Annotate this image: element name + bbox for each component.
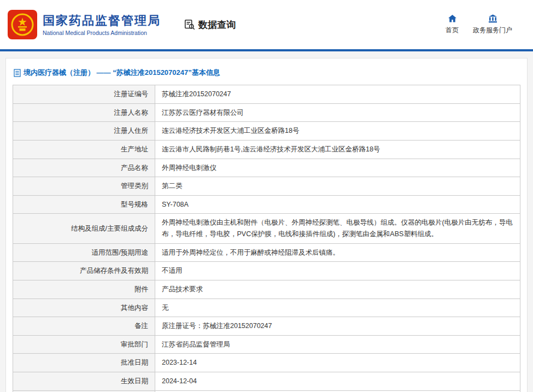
table-row: 管理类别 第二类 (13, 177, 520, 196)
row-value: 第二类 (155, 177, 520, 196)
table-row: 适用范围/预期用途 适用于外周神经定位，不用于麻醉或神经阻滞及术后镇痛。 (13, 243, 520, 262)
row-value: 连云港经济技术开发区大浦工业区金桥路18号 (155, 122, 520, 141)
row-label: 产品储存条件及有效期 (13, 262, 155, 280)
row-label: 产品名称 (13, 159, 155, 177)
row-label: 生产地址 (13, 140, 155, 159)
building-icon (488, 14, 497, 23)
data-query-tab[interactable]: 数据查询 (184, 19, 236, 31)
table-row: 注册证编号 苏械注准20152070247 (13, 85, 520, 104)
row-value: 2023-12-14 (155, 354, 520, 372)
table-row: 批准日期 2023-12-14 (13, 354, 520, 372)
row-value: 苏械注准20152070247 (155, 85, 520, 104)
document-icon (14, 69, 21, 77)
table-row: 其他内容 无 (13, 299, 520, 317)
row-label: 管理类别 (13, 177, 155, 196)
row-value: 连云港市人民路制药巷1号,连云港经济技术开发区大浦工业区金桥路18号 (155, 140, 520, 159)
row-label: 备注 (13, 317, 155, 336)
table-row: 结构及组成/主要组成成分 外周神经电刺激仪由主机和附件（电极片、外周神经探测笔、… (13, 214, 520, 243)
row-value: 江苏苏云医疗器材有限公司 (155, 103, 520, 122)
nav-portal[interactable]: 政务服务门户 (473, 14, 512, 35)
row-value: 江苏省药品监督管理局 (155, 335, 520, 354)
table-row: 型号规格 SY-708A (13, 195, 520, 214)
row-value: 无 (155, 299, 520, 317)
row-value: 2024-12-04 (155, 372, 520, 391)
home-icon (448, 14, 457, 23)
page-background: 境内医疗器械（注册） —— “苏械注准20152070247”基本信息 注册证编… (0, 51, 533, 392)
table-row: 产品储存条件及有效期 不适用 (13, 262, 520, 280)
table-row: 生产地址 连云港市人民路制药巷1号,连云港经济技术开发区大浦工业区金桥路18号 (13, 140, 520, 159)
row-value: SY-708A (155, 195, 520, 214)
row-value: 适用于外周神经定位，不用于麻醉或神经阻滞及术后镇痛。 (155, 243, 520, 262)
table-row: 附件 产品技术要求 (13, 280, 520, 299)
org-name-en: National Medical Products Administration (43, 30, 161, 36)
row-label: 注册人名称 (13, 103, 155, 122)
nmpa-emblem-icon[interactable] (8, 10, 37, 39)
row-label: 批准日期 (13, 354, 155, 372)
row-label: 型号规格 (13, 195, 155, 214)
nav-home[interactable]: 首页 (446, 14, 459, 35)
row-value: 外周神经电刺激仪由主机和附件（电极片、外周神经探测笔、电极导线）组成。仪器的电极… (155, 214, 520, 243)
row-label: 附件 (13, 280, 155, 299)
row-value: 不适用 (155, 262, 520, 280)
row-label: 其他内容 (13, 299, 155, 317)
nav-portal-label: 政务服务门户 (473, 26, 512, 35)
row-label: 适用范围/预期用途 (13, 243, 155, 262)
header-nav: 首页 政务服务门户 (446, 14, 512, 35)
header-left: 国家药品监督管理局 National Medical Products Admi… (8, 10, 236, 39)
table-row: 注册人住所 连云港经济技术开发区大浦工业区金桥路18号 (13, 122, 520, 141)
table-row: 审批部门 江苏省药品监督管理局 (13, 335, 520, 354)
data-query-icon (184, 19, 196, 31)
org-name-cn: 国家药品监督管理局 (43, 13, 161, 28)
row-value: 外周神经电刺激仪 (155, 159, 520, 177)
row-label: 注册证编号 (13, 85, 155, 104)
row-value: 产品技术要求 (155, 280, 520, 299)
header: 国家药品监督管理局 National Medical Products Admi… (0, 0, 533, 49)
table-row: 生效日期 2024-12-04 (13, 372, 520, 391)
page-title-text: 境内医疗器械（注册） —— “苏械注准20152070247”基本信息 (24, 68, 220, 78)
row-value: 原注册证号：苏械注准20152070247 (155, 317, 520, 336)
table-row: 注册人名称 江苏苏云医疗器材有限公司 (13, 103, 520, 122)
page-title: 境内医疗器械（注册） —— “苏械注准20152070247”基本信息 (13, 64, 520, 85)
row-label: 生效日期 (13, 372, 155, 391)
data-query-label: 数据查询 (198, 19, 236, 31)
nav-home-label: 首页 (446, 26, 459, 35)
registration-info-table: 注册证编号 苏械注准20152070247 注册人名称 江苏苏云医疗器材有限公司… (13, 85, 520, 392)
row-label: 结构及组成/主要组成成分 (13, 214, 155, 243)
table-row: 产品名称 外周神经电刺激仪 (13, 159, 520, 177)
row-label: 审批部门 (13, 335, 155, 354)
row-label: 注册人住所 (13, 122, 155, 141)
table-row: 备注 原注册证号：苏械注准20152070247 (13, 317, 520, 336)
content-panel: 境内医疗器械（注册） —— “苏械注准20152070247”基本信息 注册证编… (5, 58, 528, 392)
org-names: 国家药品监督管理局 National Medical Products Admi… (43, 13, 161, 36)
